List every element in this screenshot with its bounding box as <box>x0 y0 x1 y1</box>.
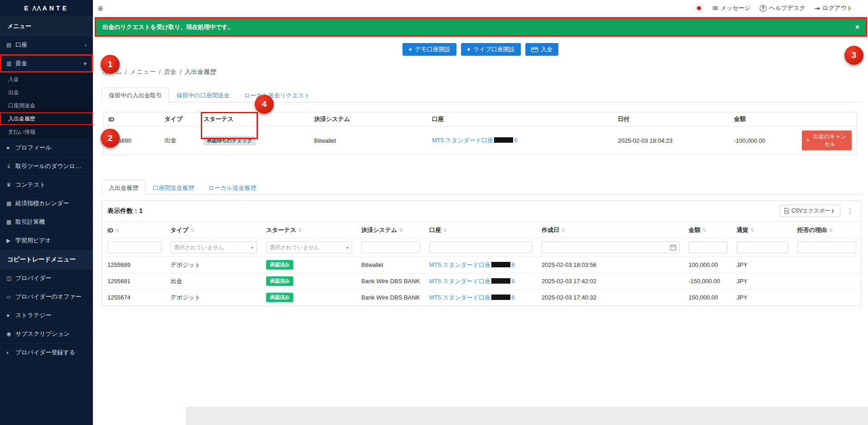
csv-export-button[interactable]: CSVエクスポート <box>780 205 840 217</box>
brand-logo[interactable]: E ANTE <box>0 0 93 17</box>
sidebar-item-provider-offers[interactable]: ▱ プロバイダーのオファー <box>0 288 93 306</box>
cell-date: 2025-02-03 18:04:23 <box>613 126 729 155</box>
filter-status-select[interactable]: 選択されていません▾ <box>266 241 352 253</box>
chart-icon: ◫ <box>6 275 15 281</box>
filter-type-select[interactable]: 選択されていません▾ <box>170 241 257 253</box>
breadcrumb-menu[interactable]: メニュー <box>130 68 156 76</box>
col-id[interactable]: ID⇅ <box>102 222 166 238</box>
col-system: 決済システム <box>310 112 427 126</box>
account-link[interactable]: MT5 スタンダード口座6 <box>432 137 517 144</box>
filter-date-input[interactable] <box>542 241 679 253</box>
sidebar-item-label: 口座 <box>15 41 27 49</box>
language-flag-japan[interactable] <box>694 4 703 13</box>
breadcrumb: ホーム / メニュー / 資金 / 入出金履歴 <box>102 68 861 77</box>
close-icon[interactable]: × <box>855 23 859 31</box>
pending-tabs: 保留中の入出金取引 保留中の口座間送金 ローカル送金リクエスト <box>102 87 861 102</box>
col-status[interactable]: スターテス⇅ <box>262 222 357 238</box>
logo-double-r-icon <box>32 6 42 11</box>
sidebar-item-funds[interactable]: ▥ 資金 ▾ 1 <box>0 54 93 73</box>
pending-row: 1255690 出金 承認待ちのチェック Bitwallet MT5 スタンダー… <box>104 126 856 155</box>
sidebar-item-register-provider[interactable]: ◐ プロバイダー登録する <box>0 343 93 362</box>
sidebar-item-deposit[interactable]: 入金 <box>0 73 93 86</box>
breadcrumb-funds[interactable]: 資金 <box>164 68 176 76</box>
sidebar-item-download-tools[interactable]: ⇓ 取引ツールのダウンロード <box>0 157 93 176</box>
hamburger-menu-icon[interactable]: ≡ <box>98 4 103 13</box>
col-system[interactable]: 決済システム⇅ <box>357 222 425 238</box>
helpdesk-link[interactable]: ? ヘルプデスク <box>760 4 805 12</box>
status-badge-approved: 承認済み <box>266 260 293 270</box>
breadcrumb-home[interactable]: ホーム <box>102 68 122 76</box>
sidebar-item-transaction-history[interactable]: 入出金履歴 2 <box>0 112 93 126</box>
filter-id-input[interactable] <box>107 241 161 253</box>
sidebar-item-subscription[interactable]: ◉ サブスクリプション <box>0 325 93 343</box>
col-amount[interactable]: 金額⇅ <box>684 222 732 238</box>
table-options-button[interactable]: ⋮ <box>845 207 855 215</box>
tab-pending-transactions[interactable]: 保留中の入出金取引 <box>102 87 169 102</box>
banner-text: 出金のリクエストを受け取り、現在処理中です。 <box>102 23 233 31</box>
sort-icon: ⇅ <box>115 228 119 233</box>
col-created[interactable]: 作成日⇅ <box>537 222 684 238</box>
pending-header-row: ID タイプ スターテス 決済システム 口座 日付 金額 <box>104 112 856 126</box>
account-link[interactable]: MT5 スタンダード口座6 <box>429 261 514 268</box>
sidebar-item-profile[interactable]: ● プロフィール <box>0 139 93 157</box>
sidebar-item-payment-info[interactable]: 支払い情報 <box>0 126 93 139</box>
col-account: 口座 <box>427 112 613 126</box>
history-card-header: 表示件数：1 CSVエクスポート ⋮ <box>102 201 861 222</box>
messages-link[interactable]: ✉ メッセージ <box>713 4 751 12</box>
filter-currency-input[interactable] <box>737 241 788 253</box>
cell-id: 1255690 <box>104 126 160 155</box>
col-account[interactable]: 口座⇅ <box>425 222 537 238</box>
redacted-account-number <box>491 278 510 284</box>
sidebar-item-withdrawal[interactable]: 出金 <box>0 86 93 99</box>
col-currency[interactable]: 通貨⇅ <box>732 222 793 238</box>
users-icon: ◉ <box>6 331 15 337</box>
sidebar-item-economic-calendar[interactable]: ▦ 経済指標カレンダー <box>0 194 93 213</box>
cell-actions: × 出金のキャンセル <box>797 126 856 155</box>
video-icon: ▶ <box>6 237 15 244</box>
filter-account-input[interactable] <box>429 241 533 253</box>
deposit-button[interactable]: 入金 <box>525 43 558 56</box>
cell-amount: -100,000.00 <box>729 126 797 155</box>
col-reason[interactable]: 拒否の理由⇅ <box>793 222 861 238</box>
sidebar: E ANTE メニュー ▤ 口座 ‹ ▥ 資金 ▾ 1 入金 出金 口座間送金 … <box>0 0 93 425</box>
cell-system: Bitwallet <box>310 126 427 155</box>
tab-local-transfer-history[interactable]: ローカル送金履歴 <box>201 180 263 195</box>
table-row: 1255681 出金 承認済み Bank Wire DBS BANK MT5 ス… <box>102 273 861 290</box>
sidebar-item-provider[interactable]: ◫ プロバイダー <box>0 269 93 288</box>
topbar-right: ✉ メッセージ ? ヘルプデスク ⇥ ログアウト <box>694 4 853 13</box>
logo-text-left: E <box>24 5 30 12</box>
breadcrumb-separator: / <box>179 68 181 76</box>
file-icon <box>784 208 789 214</box>
sidebar-item-accounts[interactable]: ▤ 口座 ‹ <box>0 36 93 54</box>
download-icon: ⇓ <box>6 163 15 169</box>
account-link[interactable]: MT5 スタンダード口座6 <box>429 278 514 285</box>
tab-local-transfer-request[interactable]: ローカル送金リクエスト <box>237 87 317 102</box>
sort-icon: ⇅ <box>298 227 302 233</box>
filter-amount-input[interactable] <box>689 241 727 253</box>
sidebar-item-strategy[interactable]: ● ストラテジー <box>0 306 93 325</box>
footer-strip <box>186 407 868 425</box>
account-link[interactable]: MT5 スタンダード口座6 <box>429 294 514 301</box>
tab-pending-transfers[interactable]: 保留中の口座間送金 <box>169 87 237 102</box>
sidebar-item-learning-videos[interactable]: ▶ 学習用ビデオ <box>0 232 93 250</box>
table-tools: CSVエクスポート ⋮ <box>780 205 855 217</box>
notification-banner-wrap: 出金のリクエストを受け取り、現在処理中です。 × 3 <box>96 19 866 35</box>
open-demo-account-button[interactable]: + デモ口座開設 <box>402 43 456 56</box>
sidebar-item-calculator[interactable]: ▩ 取引計算機 <box>0 213 93 232</box>
tab-transaction-history[interactable]: 入出金履歴 <box>102 180 145 195</box>
cancel-withdrawal-button[interactable]: × 出金のキャンセル <box>802 130 852 150</box>
cell-status: 承認待ちのチェック <box>199 126 310 155</box>
open-live-account-button[interactable]: + ライブ口座開設 <box>461 43 521 56</box>
tab-transfer-history[interactable]: 口座間送金履歴 <box>145 180 201 195</box>
sidebar-menu-header: メニュー <box>0 17 93 36</box>
sidebar-item-internal-transfer[interactable]: 口座間送金 <box>0 99 93 112</box>
table-row: 1255674 デポジット 承認済み Bank Wire DBS BANK MT… <box>102 290 861 306</box>
col-type[interactable]: タイプ⇅ <box>166 222 262 238</box>
col-id: ID <box>104 112 160 126</box>
filter-reason-input[interactable] <box>797 241 856 253</box>
close-icon: × <box>806 137 810 144</box>
filter-system-input[interactable] <box>361 241 420 253</box>
sidebar-item-contest[interactable]: ♛ コンテスト <box>0 176 93 194</box>
app-root: E ANTE メニュー ▤ 口座 ‹ ▥ 資金 ▾ 1 入金 出金 口座間送金 … <box>0 0 868 425</box>
logout-link[interactable]: ⇥ ログアウト <box>815 4 853 12</box>
